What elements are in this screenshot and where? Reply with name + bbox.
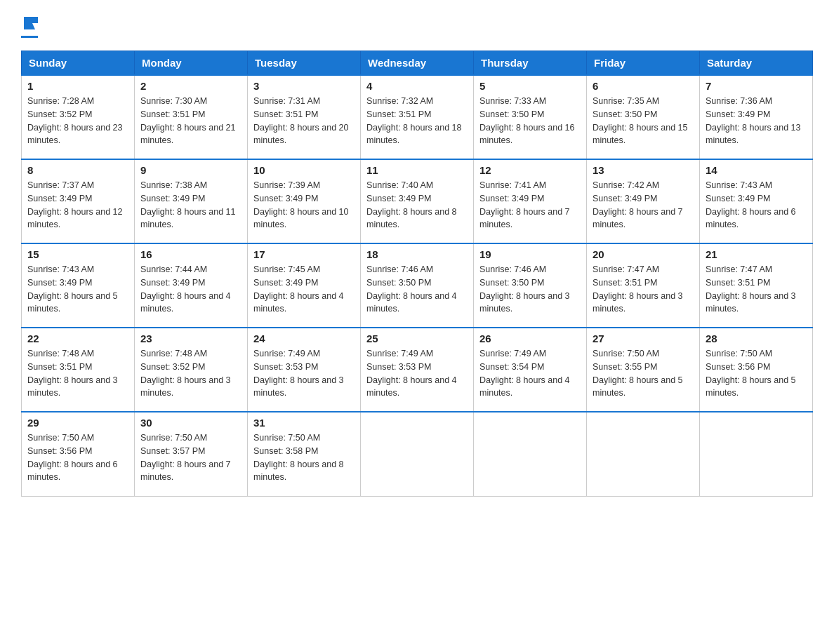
day-info: Sunrise: 7:47 AM Sunset: 3:51 PM Dayligh… — [593, 263, 694, 316]
weekday-header-monday: Monday — [135, 51, 248, 76]
calendar-day-cell: 6 Sunrise: 7:35 AM Sunset: 3:50 PM Dayli… — [587, 75, 700, 159]
day-number: 14 — [706, 164, 807, 176]
day-number: 11 — [366, 164, 468, 176]
calendar-day-cell: 3 Sunrise: 7:31 AM Sunset: 3:51 PM Dayli… — [248, 75, 361, 159]
calendar-day-cell: 8 Sunrise: 7:37 AM Sunset: 3:49 PM Dayli… — [22, 159, 135, 243]
calendar-table: SundayMondayTuesdayWednesdayThursdayFrid… — [21, 51, 813, 497]
calendar-day-cell — [700, 412, 813, 496]
day-number: 21 — [706, 248, 807, 260]
day-number: 15 — [27, 248, 128, 260]
day-number: 3 — [253, 80, 355, 92]
day-info: Sunrise: 7:37 AM Sunset: 3:49 PM Dayligh… — [27, 179, 128, 232]
day-info: Sunrise: 7:42 AM Sunset: 3:49 PM Dayligh… — [593, 179, 694, 232]
calendar-week-row: 1 Sunrise: 7:28 AM Sunset: 3:52 PM Dayli… — [22, 75, 813, 159]
calendar-day-cell: 30 Sunrise: 7:50 AM Sunset: 3:57 PM Dayl… — [135, 412, 248, 496]
day-info: Sunrise: 7:50 AM Sunset: 3:57 PM Dayligh… — [140, 431, 241, 484]
calendar-day-cell: 7 Sunrise: 7:36 AM Sunset: 3:49 PM Dayli… — [700, 75, 813, 159]
day-info: Sunrise: 7:40 AM Sunset: 3:49 PM Dayligh… — [366, 179, 468, 232]
logo-flag-icon — [22, 15, 38, 31]
day-number: 20 — [593, 248, 694, 260]
calendar-day-cell: 28 Sunrise: 7:50 AM Sunset: 3:56 PM Dayl… — [700, 328, 813, 412]
day-number: 30 — [140, 417, 241, 429]
calendar-day-cell: 26 Sunrise: 7:49 AM Sunset: 3:54 PM Dayl… — [474, 328, 587, 412]
weekday-header-sunday: Sunday — [22, 51, 135, 76]
calendar-day-cell: 12 Sunrise: 7:41 AM Sunset: 3:49 PM Dayl… — [474, 159, 587, 243]
calendar-day-cell: 9 Sunrise: 7:38 AM Sunset: 3:49 PM Dayli… — [135, 159, 248, 243]
day-number: 28 — [706, 333, 807, 344]
day-number: 8 — [27, 164, 128, 176]
day-info: Sunrise: 7:48 AM Sunset: 3:52 PM Dayligh… — [140, 347, 241, 400]
day-number: 29 — [27, 417, 128, 429]
calendar-day-cell: 11 Sunrise: 7:40 AM Sunset: 3:49 PM Dayl… — [361, 159, 474, 243]
calendar-day-cell: 17 Sunrise: 7:45 AM Sunset: 3:49 PM Dayl… — [248, 243, 361, 328]
day-info: Sunrise: 7:44 AM Sunset: 3:49 PM Dayligh… — [140, 263, 241, 316]
page-header — [21, 14, 813, 38]
calendar-day-cell: 1 Sunrise: 7:28 AM Sunset: 3:52 PM Dayli… — [22, 75, 135, 159]
calendar-day-cell: 5 Sunrise: 7:33 AM Sunset: 3:50 PM Dayli… — [474, 75, 587, 159]
day-info: Sunrise: 7:36 AM Sunset: 3:49 PM Dayligh… — [706, 95, 807, 147]
svg-marker-1 — [32, 17, 38, 23]
day-info: Sunrise: 7:49 AM Sunset: 3:53 PM Dayligh… — [253, 347, 355, 400]
day-number: 6 — [593, 80, 694, 92]
calendar-day-cell: 21 Sunrise: 7:47 AM Sunset: 3:51 PM Dayl… — [700, 243, 813, 328]
day-info: Sunrise: 7:46 AM Sunset: 3:50 PM Dayligh… — [479, 263, 581, 316]
weekday-header-thursday: Thursday — [474, 51, 587, 76]
logo — [21, 14, 38, 38]
calendar-day-cell: 25 Sunrise: 7:49 AM Sunset: 3:53 PM Dayl… — [361, 328, 474, 412]
day-number: 25 — [366, 333, 468, 344]
day-info: Sunrise: 7:50 AM Sunset: 3:56 PM Dayligh… — [27, 431, 128, 484]
day-number: 4 — [366, 80, 468, 92]
day-info: Sunrise: 7:33 AM Sunset: 3:50 PM Dayligh… — [479, 95, 581, 147]
day-number: 10 — [253, 164, 355, 176]
day-number: 7 — [706, 80, 807, 92]
day-number: 17 — [253, 248, 355, 260]
calendar-day-cell — [587, 412, 700, 496]
day-info: Sunrise: 7:49 AM Sunset: 3:54 PM Dayligh… — [479, 347, 581, 400]
day-info: Sunrise: 7:50 AM Sunset: 3:55 PM Dayligh… — [593, 347, 694, 400]
day-number: 23 — [140, 333, 241, 344]
calendar-day-cell: 20 Sunrise: 7:47 AM Sunset: 3:51 PM Dayl… — [587, 243, 700, 328]
day-number: 13 — [593, 164, 694, 176]
calendar-day-cell: 18 Sunrise: 7:46 AM Sunset: 3:50 PM Dayl… — [361, 243, 474, 328]
day-number: 2 — [140, 80, 241, 92]
calendar-day-cell: 19 Sunrise: 7:46 AM Sunset: 3:50 PM Dayl… — [474, 243, 587, 328]
calendar-week-row: 15 Sunrise: 7:43 AM Sunset: 3:49 PM Dayl… — [22, 243, 813, 328]
day-number: 1 — [27, 80, 128, 92]
day-info: Sunrise: 7:48 AM Sunset: 3:51 PM Dayligh… — [27, 347, 128, 400]
day-info: Sunrise: 7:41 AM Sunset: 3:49 PM Dayligh… — [479, 179, 581, 232]
calendar-day-cell: 24 Sunrise: 7:49 AM Sunset: 3:53 PM Dayl… — [248, 328, 361, 412]
day-number: 26 — [479, 333, 581, 344]
day-number: 31 — [253, 417, 355, 429]
day-number: 16 — [140, 248, 241, 260]
day-info: Sunrise: 7:38 AM Sunset: 3:49 PM Dayligh… — [140, 179, 241, 232]
day-number: 18 — [366, 248, 468, 260]
day-number: 19 — [479, 248, 581, 260]
calendar-day-cell: 22 Sunrise: 7:48 AM Sunset: 3:51 PM Dayl… — [22, 328, 135, 412]
weekday-header-row: SundayMondayTuesdayWednesdayThursdayFrid… — [22, 51, 813, 76]
day-number: 9 — [140, 164, 241, 176]
day-info: Sunrise: 7:35 AM Sunset: 3:50 PM Dayligh… — [593, 95, 694, 147]
day-info: Sunrise: 7:46 AM Sunset: 3:50 PM Dayligh… — [366, 263, 468, 316]
calendar-day-cell: 23 Sunrise: 7:48 AM Sunset: 3:52 PM Dayl… — [135, 328, 248, 412]
calendar-day-cell: 16 Sunrise: 7:44 AM Sunset: 3:49 PM Dayl… — [135, 243, 248, 328]
day-info: Sunrise: 7:50 AM Sunset: 3:56 PM Dayligh… — [706, 347, 807, 400]
day-info: Sunrise: 7:39 AM Sunset: 3:49 PM Dayligh… — [253, 179, 355, 232]
day-info: Sunrise: 7:30 AM Sunset: 3:51 PM Dayligh… — [140, 95, 241, 147]
calendar-day-cell: 4 Sunrise: 7:32 AM Sunset: 3:51 PM Dayli… — [361, 75, 474, 159]
calendar-day-cell: 10 Sunrise: 7:39 AM Sunset: 3:49 PM Dayl… — [248, 159, 361, 243]
day-info: Sunrise: 7:49 AM Sunset: 3:53 PM Dayligh… — [366, 347, 468, 400]
weekday-header-saturday: Saturday — [700, 51, 813, 76]
day-info: Sunrise: 7:32 AM Sunset: 3:51 PM Dayligh… — [366, 95, 468, 147]
day-number: 27 — [593, 333, 694, 344]
logo-underline — [21, 36, 38, 38]
calendar-day-cell: 15 Sunrise: 7:43 AM Sunset: 3:49 PM Dayl… — [22, 243, 135, 328]
day-info: Sunrise: 7:43 AM Sunset: 3:49 PM Dayligh… — [706, 179, 807, 232]
calendar-day-cell: 2 Sunrise: 7:30 AM Sunset: 3:51 PM Dayli… — [135, 75, 248, 159]
day-number: 5 — [479, 80, 581, 92]
calendar-day-cell: 31 Sunrise: 7:50 AM Sunset: 3:58 PM Dayl… — [248, 412, 361, 496]
day-number: 24 — [253, 333, 355, 344]
weekday-header-friday: Friday — [587, 51, 700, 76]
day-info: Sunrise: 7:50 AM Sunset: 3:58 PM Dayligh… — [253, 431, 355, 484]
calendar-week-row: 8 Sunrise: 7:37 AM Sunset: 3:49 PM Dayli… — [22, 159, 813, 243]
day-number: 12 — [479, 164, 581, 176]
